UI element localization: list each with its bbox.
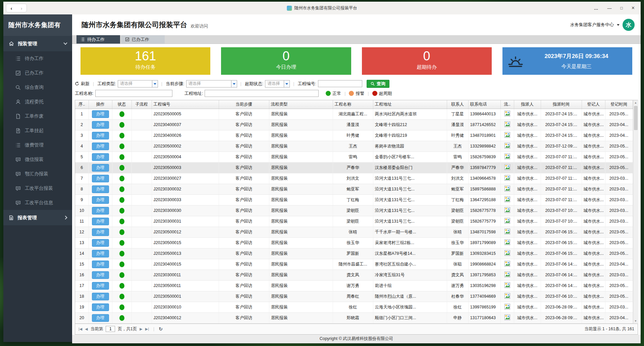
handle-button[interactable]: 办理: [92, 207, 109, 215]
scroll-up-icon[interactable]: ▲: [633, 100, 638, 105]
sidebar-item-4[interactable]: 流程委托: [3, 95, 72, 109]
sidebar-section-report-mgmt[interactable]: 报表管理: [3, 210, 72, 225]
addr-input[interactable]: [205, 90, 319, 97]
column-header-op[interactable]: 操作: [89, 100, 112, 109]
sidebar-item-3[interactable]: 综合查询: [3, 80, 72, 95]
flowchart-icon[interactable]: [504, 207, 510, 213]
handle-button[interactable]: 办理: [92, 121, 109, 129]
page-number-input[interactable]: [106, 326, 115, 332]
table-row[interactable]: 11办理J20230300031客户回访居民报装梁朝臣沿河大道131号三七...…: [75, 216, 633, 227]
flowchart-icon[interactable]: [504, 132, 510, 138]
more-icon[interactable]: …: [594, 6, 598, 10]
last-page-button[interactable]: ▶|: [145, 327, 149, 331]
next-page-button[interactable]: ▶: [140, 327, 142, 331]
maximize-icon[interactable]: □: [620, 6, 623, 10]
flowchart-icon[interactable]: [504, 229, 510, 234]
refresh-button[interactable]: 刷新: [75, 81, 90, 87]
handle-button[interactable]: 办理: [92, 314, 109, 322]
table-row[interactable]: 10办理J20230300030客户回访居民报装梁朝臣沿河大道131号三七...…: [75, 205, 633, 216]
scrollbar-thumb[interactable]: [634, 106, 638, 130]
table-row[interactable]: 1办理J20230500005客户回访居民报装湖北南鑫工程...两水沟社区内两水…: [75, 109, 633, 119]
sidebar-item-11[interactable]: 工改平台信息: [3, 195, 72, 210]
flowchart-icon[interactable]: [504, 272, 510, 277]
code-input[interactable]: [318, 80, 362, 87]
flowchart-icon[interactable]: [504, 186, 510, 191]
flowchart-icon[interactable]: [504, 293, 510, 299]
handle-button[interactable]: 办理: [92, 153, 109, 161]
flowchart-icon[interactable]: [504, 196, 510, 202]
name-input[interactable]: [95, 90, 172, 97]
table-row[interactable]: 20办理J20230400012客户回访居民报装郑晓霜顺德门小区门口三间...申…: [75, 312, 633, 323]
table-row[interactable]: 15办理J20230400015客户回访居民报装随州市昌盛工...寨湾社区五组自…: [75, 259, 633, 270]
flowchart-icon[interactable]: [504, 121, 510, 127]
handle-button[interactable]: 办理: [92, 175, 109, 182]
table-row[interactable]: 3办理J20230400026客户回访居民报装叶秀健文峰塔十四组219叶秀健13…: [75, 130, 633, 141]
forward-icon[interactable]: ›: [21, 6, 22, 11]
table-row[interactable]: 9办理J20230300033客户回访居民报装丁红梅沿河大道131号三七...丁…: [75, 194, 633, 205]
handle-button[interactable]: 办理: [92, 293, 109, 300]
step-select[interactable]: 请选择: [186, 80, 237, 88]
sidebar-item-10[interactable]: 工改平台报装: [3, 181, 72, 195]
column-header-reg_time[interactable]: 登记时间: [605, 100, 633, 109]
pager-refresh-icon[interactable]: ↻: [159, 326, 163, 332]
sidebar-item-1[interactable]: 待办工作: [3, 51, 72, 66]
vertical-scrollbar[interactable]: ▲ ▼: [633, 100, 638, 324]
flowchart-icon[interactable]: [504, 250, 510, 256]
table-row[interactable]: 17办理J20230500011客户回访居民报装谢万勇前进十组谢万勇130351…: [75, 280, 633, 291]
handle-button[interactable]: 办理: [92, 110, 109, 118]
handle-button[interactable]: 办理: [92, 132, 109, 139]
handle-button[interactable]: 办理: [92, 239, 109, 247]
sidebar-item-5[interactable]: 工单作废: [3, 109, 72, 123]
column-header-addr[interactable]: 工程地址: [373, 100, 447, 109]
user-menu[interactable]: 水务集团客户服务中心 水: [570, 19, 635, 31]
sidebar-item-9[interactable]: 鄂汇办报装: [3, 167, 72, 181]
avatar[interactable]: 水: [623, 19, 635, 31]
close-icon[interactable]: ×: [632, 5, 635, 11]
back-icon[interactable]: ‹: [11, 6, 12, 11]
scroll-down-icon[interactable]: ▼: [633, 319, 638, 324]
query-button[interactable]: 查询: [367, 80, 389, 88]
table-row[interactable]: 4办理J20230500002客户回访居民报装王杰蒋岗丰农物流园王杰133298…: [75, 141, 633, 152]
column-header-flow[interactable]: 流程类型: [269, 100, 333, 109]
flowchart-icon[interactable]: [504, 218, 510, 224]
column-header-no[interactable]: 序..: [75, 100, 89, 109]
table-row[interactable]: 12办理J20230500012客户回访居民报装张晴千千水岸一期一号楼...张晴…: [75, 227, 633, 237]
flowchart-icon[interactable]: [504, 239, 510, 245]
flowchart-icon[interactable]: [504, 154, 510, 159]
flowchart-icon[interactable]: [504, 314, 510, 320]
handle-button[interactable]: 办理: [92, 303, 109, 311]
table-row[interactable]: 5办理J20230500004客户回访居民报装雷鸣金香韵小区7号楼车...雷鸣1…: [75, 152, 633, 162]
column-header-sub[interactable]: 子流程: [131, 100, 152, 109]
tab-done-work[interactable]: 已办工作: [121, 35, 165, 44]
handle-button[interactable]: 办理: [92, 164, 109, 172]
sidebar-item-7[interactable]: 缴费管理: [3, 138, 72, 152]
sidebar-section-install-mgmt[interactable]: 报装管理: [3, 36, 72, 51]
minimize-icon[interactable]: —: [607, 6, 611, 10]
handle-button[interactable]: 办理: [92, 185, 109, 193]
flowchart-icon[interactable]: [504, 282, 510, 288]
flowchart-icon[interactable]: [504, 111, 510, 116]
table-row[interactable]: 7办理J20230300027客户回访居民报装刘洪文沿河大道131号三七...刘…: [75, 173, 633, 184]
handle-button[interactable]: 办理: [92, 250, 109, 257]
column-header-contact[interactable]: 联系人: [447, 100, 468, 109]
first-page-button[interactable]: |◀: [78, 327, 82, 331]
sidebar-item-8[interactable]: 微信报装: [3, 152, 72, 167]
table-row[interactable]: 6办理J20230500003客户回访居民报装严春华汉东楼居委会阳台门严春华13…: [75, 162, 633, 173]
handle-button[interactable]: 办理: [92, 228, 109, 236]
column-header-step[interactable]: 当前步骤: [219, 100, 269, 109]
table-row[interactable]: 14办理J20230500013客户回访居民报装罗国新汉东星都A78号楼14..…: [75, 248, 633, 259]
sidebar-item-2[interactable]: 已办工作: [3, 66, 72, 80]
table-row[interactable]: 18办理J20230500001客户回访居民报装周春红随州市烈山大道（原...杜…: [75, 291, 633, 302]
handle-button[interactable]: 办理: [92, 282, 109, 290]
flowchart-icon[interactable]: [504, 143, 510, 149]
handle-button[interactable]: 办理: [92, 218, 109, 225]
table-row[interactable]: 19办理J20230300010客户回访居民报装徐红云海天地小区玫瑰园...徐红…: [75, 302, 633, 312]
column-header-registrar[interactable]: 登记人: [582, 100, 605, 109]
flowchart-icon[interactable]: [504, 164, 510, 170]
overdue-select[interactable]: 请选择: [265, 80, 290, 88]
table-row[interactable]: 13办理J20230500015客户回访居民报装徐玉华吴家老湾村三组2栋...徐…: [75, 237, 633, 248]
column-header-code[interactable]: 工程编号: [152, 100, 219, 109]
column-header-chart[interactable]: 流..: [500, 100, 514, 109]
column-header-phone[interactable]: 联系电话: [468, 100, 500, 109]
handle-button[interactable]: 办理: [92, 196, 109, 204]
